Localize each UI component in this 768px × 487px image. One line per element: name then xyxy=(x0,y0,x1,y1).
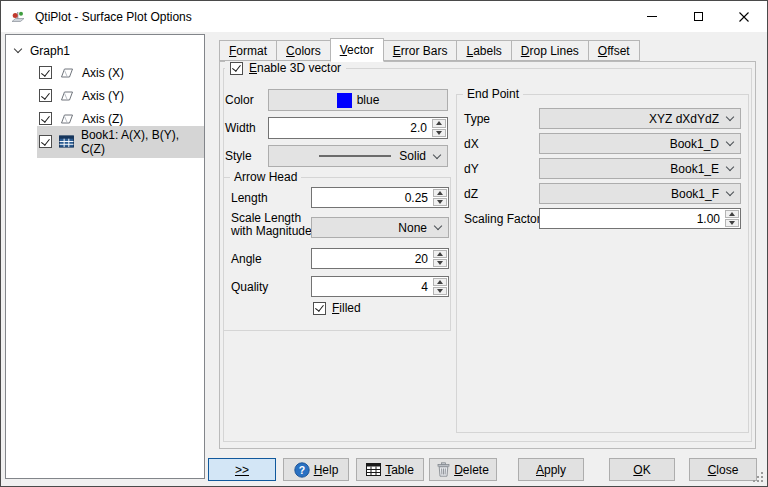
checkbox-checked[interactable] xyxy=(313,302,326,315)
arrow-up-icon xyxy=(436,121,442,125)
table-button[interactable]: Table xyxy=(356,458,424,481)
check-icon xyxy=(41,67,49,76)
button-label: Apply xyxy=(536,463,566,477)
tree-item-label: Graph1 xyxy=(30,44,70,58)
axis-plane-icon xyxy=(59,112,75,126)
expand-button[interactable]: >> xyxy=(208,458,276,481)
table-grid-icon xyxy=(366,463,381,476)
tree-item-axis-y[interactable]: Axis (Y) xyxy=(6,84,204,107)
spin-up-button[interactable] xyxy=(433,189,447,197)
tab-error-bars[interactable]: Error Bars xyxy=(383,40,458,61)
resize-grip[interactable] xyxy=(751,470,763,482)
question-circle-icon: ? xyxy=(294,462,310,478)
spin-up-button[interactable] xyxy=(433,278,447,286)
check-icon xyxy=(41,136,49,145)
button-label: Close xyxy=(708,463,739,477)
tab-labels[interactable]: Labels xyxy=(456,40,511,61)
check-icon xyxy=(41,113,49,122)
angle-value: 20 xyxy=(312,252,432,266)
help-button[interactable]: ? Help xyxy=(283,458,349,481)
quality-label: Quality xyxy=(231,280,268,294)
dx-label: dX xyxy=(464,137,479,151)
enable-3d-vector-checkbox[interactable]: Enable 3D vector xyxy=(225,60,346,76)
window-controls xyxy=(629,1,767,32)
spin-down-button[interactable] xyxy=(433,287,447,295)
tree-item-book1[interactable]: Book1: A(X), B(Y), C(Z) xyxy=(6,130,204,153)
scale-length-label: Scale Length with Magnitude xyxy=(231,212,317,238)
delete-button[interactable]: Delete xyxy=(429,458,497,481)
chevron-down-icon xyxy=(433,150,441,158)
spin-up-button[interactable] xyxy=(432,119,446,128)
spin-down-button[interactable] xyxy=(725,219,739,227)
spin-down-button[interactable] xyxy=(433,259,447,267)
angle-spinbox[interactable]: 20 xyxy=(311,248,449,269)
arrow-up-icon xyxy=(729,212,735,216)
scaling-factor-label: Scaling Factor xyxy=(464,212,541,226)
apply-button[interactable]: Apply xyxy=(518,458,584,481)
dy-combobox[interactable]: Book1_E xyxy=(539,158,741,179)
filled-checkbox[interactable]: Filled xyxy=(313,301,361,315)
close-button[interactable] xyxy=(721,1,767,32)
arrow-up-icon xyxy=(437,280,443,284)
dx-value: Book1_D xyxy=(670,137,719,151)
minimize-button[interactable] xyxy=(629,1,675,32)
tab-label: olors xyxy=(295,44,321,58)
close-dialog-button[interactable]: Close xyxy=(689,458,757,481)
tab-drop-lines[interactable]: Drop Lines xyxy=(511,40,589,61)
style-combobox[interactable]: Solid xyxy=(268,145,448,167)
length-spinbox[interactable]: 0.25 xyxy=(311,187,449,208)
tab-format[interactable]: Format xyxy=(219,40,277,61)
checkbox-checked[interactable] xyxy=(230,62,243,75)
tree-item-graph1[interactable]: Graph1 xyxy=(6,40,204,61)
axis-x-checkbox[interactable] xyxy=(39,66,52,79)
scale-length-combobox[interactable]: None xyxy=(311,217,449,238)
tab-label: abels xyxy=(473,44,502,58)
type-value: XYZ dXdYdZ xyxy=(649,112,719,126)
check-icon xyxy=(315,302,323,311)
tab-label: rop Lines xyxy=(529,44,578,58)
type-combobox[interactable]: XYZ dXdYdZ xyxy=(539,108,741,129)
tab-label: E xyxy=(393,44,401,58)
spin-up-button[interactable] xyxy=(433,250,447,258)
tab-offset[interactable]: Offset xyxy=(588,40,640,61)
book1-checkbox[interactable] xyxy=(39,135,52,148)
width-value: 2.0 xyxy=(269,121,431,135)
chevron-down-icon[interactable] xyxy=(14,45,22,53)
ok-button[interactable]: OK xyxy=(609,458,675,481)
style-value: Solid xyxy=(399,149,426,163)
minimize-icon xyxy=(647,16,657,17)
axis-plane-icon xyxy=(59,89,75,103)
axis-z-checkbox[interactable] xyxy=(39,112,52,125)
tab-colors[interactable]: Colors xyxy=(276,40,331,61)
titlebar[interactable]: QtiPlot - Surface Plot Options xyxy=(1,1,767,32)
dz-combobox[interactable]: Book1_F xyxy=(539,183,741,204)
tree-item-axis-x[interactable]: Axis (X) xyxy=(6,61,204,84)
qtiplot-app-icon xyxy=(10,9,26,25)
quality-spinbox[interactable]: 4 xyxy=(311,276,449,297)
chevron-down-icon xyxy=(726,163,734,171)
arrow-up-icon xyxy=(437,252,443,256)
arrow-down-icon xyxy=(437,200,443,204)
trash-icon xyxy=(437,462,450,477)
tab-label: ffset xyxy=(607,44,629,58)
style-label: Style xyxy=(225,149,252,163)
button-label: Table xyxy=(385,463,414,477)
tab-label: O xyxy=(598,44,607,58)
checkbox-label: Enable 3D vector xyxy=(249,61,341,75)
spin-down-button[interactable] xyxy=(432,129,446,138)
window-title: QtiPlot - Surface Plot Options xyxy=(35,10,192,24)
spin-up-button[interactable] xyxy=(725,210,739,218)
scaling-factor-spinbox[interactable]: 1.00 xyxy=(539,208,741,229)
color-picker-button[interactable]: blue xyxy=(268,89,448,111)
axis-y-checkbox[interactable] xyxy=(39,89,52,102)
width-spinbox[interactable]: 2.0 xyxy=(268,117,448,139)
maximize-button[interactable] xyxy=(675,1,721,32)
tab-label: ector xyxy=(347,43,374,57)
tab-label: V xyxy=(340,43,347,57)
chevron-down-icon xyxy=(434,222,442,230)
tab-vector[interactable]: Vector xyxy=(330,38,384,62)
spin-down-button[interactable] xyxy=(433,198,447,206)
dx-combobox[interactable]: Book1_D xyxy=(539,133,741,154)
arrow-down-icon xyxy=(729,221,735,225)
arrow-up-icon xyxy=(437,191,443,195)
